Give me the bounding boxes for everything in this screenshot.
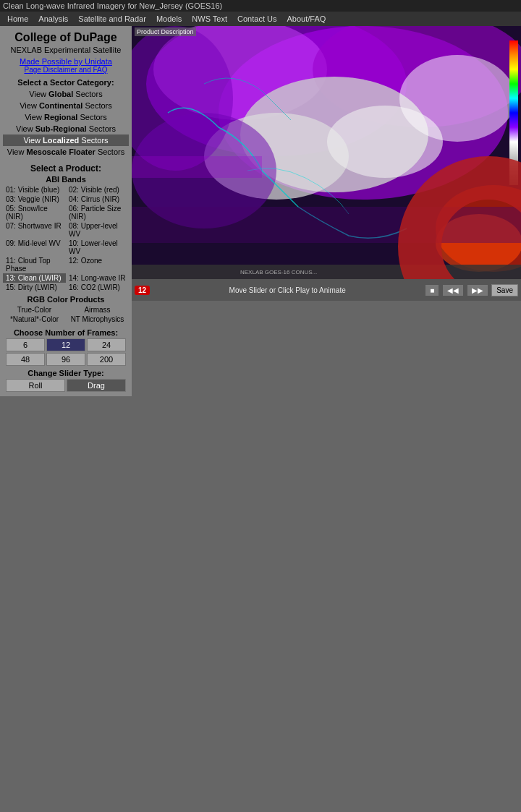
satellite-image-area: NEXLAB GOES-16 CONUS... Product Descript… <box>132 26 521 279</box>
frame-96[interactable]: 96 <box>46 353 85 366</box>
sector-regional[interactable]: View Regional Sectors <box>3 111 129 123</box>
nav-home[interactable]: Home <box>4 13 31 25</box>
band-15[interactable]: 15: Dirty (LWIR) <box>3 283 66 292</box>
band-02[interactable]: 02: Visible (red) <box>66 185 129 195</box>
disclaimer-link[interactable]: Page Disclaimer and FAQ <box>3 66 129 74</box>
slider-type-buttons: Roll Drag <box>3 379 129 392</box>
frame-6[interactable]: 6 <box>6 338 45 351</box>
band-01[interactable]: 01: Visible (blue) <box>3 185 66 195</box>
page-title: Clean Long-wave Infrared Imagery for New… <box>3 1 222 10</box>
sector-localized[interactable]: View Localized Sectors <box>3 134 129 146</box>
stop-button[interactable]: ■ <box>425 284 439 296</box>
product-desc-label: Product Description <box>135 27 196 36</box>
sector-global[interactable]: View Global Sectors <box>3 88 129 100</box>
svg-text:NEXLAB GOES-16 CONUS...: NEXLAB GOES-16 CONUS... <box>240 269 317 275</box>
svg-rect-13 <box>132 156 262 178</box>
nexlab-label: NEXLAB Experimental Satellite <box>3 46 129 54</box>
band-16[interactable]: 16: CO2 (LWIR) <box>66 283 129 292</box>
slider-drag[interactable]: Drag <box>67 379 126 392</box>
band-07[interactable]: 07: Shortwave IR <box>3 221 66 239</box>
content-area: NEXLAB GOES-16 CONUS... Product Descript… <box>132 26 521 396</box>
frame-200[interactable]: 200 <box>87 353 126 366</box>
rgb-natural-color[interactable]: *Natural*-Color <box>3 315 66 324</box>
nav-nws-text[interactable]: NWS Text <box>189 13 230 25</box>
college-name: College of DuPage <box>3 30 129 44</box>
band-14[interactable]: 14: Long-wave IR <box>66 273 129 283</box>
nav-about-faq[interactable]: About/FAQ <box>284 13 329 25</box>
band-12[interactable]: 12: Ozone <box>66 256 129 273</box>
slider-roll[interactable]: Roll <box>6 379 65 392</box>
abi-header: ABI Bands <box>3 175 129 184</box>
sector-mesoscale[interactable]: View Mesoscale Floater Sectors <box>3 146 129 158</box>
save-button[interactable]: Save <box>491 284 518 296</box>
main-layout: College of DuPage NEXLAB Experimental Sa… <box>0 26 521 396</box>
slider-type-header: Change Slider Type: <box>3 369 129 377</box>
below-image-area <box>132 301 521 396</box>
svg-point-8 <box>399 55 515 142</box>
band-09[interactable]: 09: Mid-level WV <box>3 239 66 256</box>
frame-24[interactable]: 24 <box>87 338 126 351</box>
nav-bar: Home Analysis Satellite and Radar Models… <box>0 12 521 26</box>
band-11[interactable]: 11: Cloud Top Phase <box>3 256 66 273</box>
nav-analysis[interactable]: Analysis <box>35 13 71 25</box>
sidebar: College of DuPage NEXLAB Experimental Sa… <box>0 26 132 396</box>
sector-continental[interactable]: View Continental Sectors <box>3 100 129 111</box>
nav-models[interactable]: Models <box>153 13 185 25</box>
product-header: Select a Product: <box>3 163 129 174</box>
play-button[interactable]: ▶▶ <box>467 284 488 296</box>
step-back-button[interactable]: ◀◀ <box>442 284 464 296</box>
frame-12[interactable]: 12 <box>46 338 85 351</box>
unidata-link[interactable]: Made Possible by Unidata <box>3 57 129 66</box>
sector-category-header: Select a Sector Category: <box>3 78 129 87</box>
rgb-truecolor[interactable]: True-Color <box>3 305 66 315</box>
frame-48[interactable]: 48 <box>6 353 45 366</box>
sector-subregional[interactable]: View Sub-Regional Sectors <box>3 123 129 134</box>
rgb-grid: True-Color Airmass *Natural*-Color NT Mi… <box>3 305 129 324</box>
frames-grid: 6 12 24 48 96 200 <box>3 338 129 366</box>
nav-contact-us[interactable]: Contact Us <box>234 13 279 25</box>
frame-count-badge: 12 <box>135 286 150 295</box>
nav-satellite-radar[interactable]: Satellite and Radar <box>75 13 149 25</box>
rgb-airmass[interactable]: Airmass <box>66 305 129 315</box>
title-bar: Clean Long-wave Infrared Imagery for New… <box>0 0 521 12</box>
band-03[interactable]: 03: Veggie (NIR) <box>3 195 66 204</box>
band-08[interactable]: 08: Upper-level WV <box>66 221 129 239</box>
band-grid: 01: Visible (blue) 02: Visible (red) 03:… <box>3 185 129 292</box>
band-13[interactable]: 13: Clean (LWIR) <box>3 273 66 283</box>
slider-instruction: Move Slider or Click Play to Animate <box>153 286 422 294</box>
band-06[interactable]: 06: Particle Size (NIR) <box>66 204 129 221</box>
rgb-header: RGB Color Products <box>3 295 129 304</box>
controls-bar: 12 Move Slider or Click Play to Animate … <box>132 279 521 301</box>
band-10[interactable]: 10: Lower-level WV <box>66 239 129 256</box>
frames-header: Choose Number of Frames: <box>3 328 129 337</box>
band-05[interactable]: 05: Snow/Ice (NIR) <box>3 204 66 221</box>
rgb-nt-microphysics[interactable]: NT Microphysics <box>66 315 129 324</box>
band-04[interactable]: 04: Cirrus (NIR) <box>66 195 129 204</box>
